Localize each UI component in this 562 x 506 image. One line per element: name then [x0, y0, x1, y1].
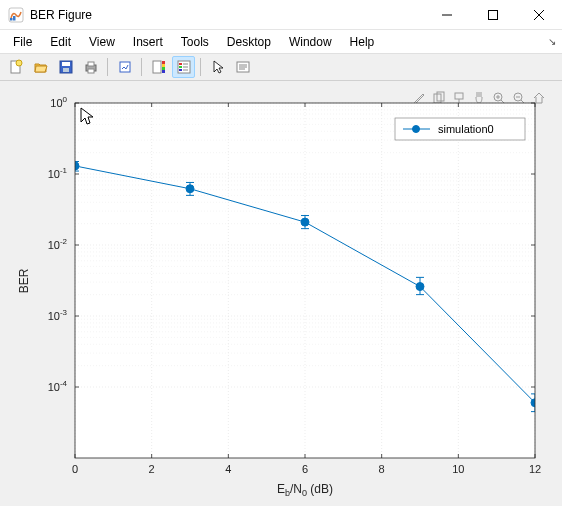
menu-window[interactable]: Window: [280, 32, 341, 52]
svg-rect-24: [179, 69, 182, 71]
svg-rect-19: [162, 67, 165, 70]
print-button[interactable]: [79, 56, 102, 78]
svg-point-8: [16, 60, 22, 66]
chart[interactable]: 024681012 10010-110-210-310-4 Eb/N0 (dB)…: [0, 81, 562, 506]
svg-rect-1: [10, 18, 13, 21]
svg-rect-13: [88, 62, 94, 66]
link-data-button[interactable]: [113, 56, 136, 78]
svg-rect-17: [162, 61, 165, 64]
svg-rect-4: [489, 10, 498, 19]
insert-box-button[interactable]: [231, 56, 254, 78]
svg-text:8: 8: [379, 463, 385, 475]
svg-text:12: 12: [529, 463, 541, 475]
minimize-button[interactable]: [424, 0, 470, 30]
svg-rect-20: [162, 70, 165, 73]
svg-text:2: 2: [149, 463, 155, 475]
app-icon: [8, 7, 24, 23]
menu-desktop[interactable]: Desktop: [218, 32, 280, 52]
svg-text:10-2: 10-2: [48, 237, 68, 251]
toolbar-separator: [107, 58, 108, 76]
svg-rect-14: [88, 69, 94, 73]
save-button[interactable]: [54, 56, 77, 78]
window-title: BER Figure: [30, 8, 424, 22]
svg-text:4: 4: [225, 463, 231, 475]
open-button[interactable]: [29, 56, 52, 78]
svg-text:6: 6: [302, 463, 308, 475]
svg-text:10-3: 10-3: [48, 308, 68, 322]
svg-point-146: [413, 126, 420, 133]
expand-icon[interactable]: ↘: [548, 36, 556, 47]
titlebar: BER Figure: [0, 0, 562, 30]
svg-rect-2: [13, 16, 16, 21]
menu-view[interactable]: View: [80, 32, 124, 52]
svg-rect-11: [63, 68, 69, 72]
legend-label: simulation0: [438, 123, 494, 135]
svg-point-103: [416, 283, 424, 291]
new-figure-button[interactable]: [4, 56, 27, 78]
plot-area: 024681012 10010-110-210-310-4 Eb/N0 (dB)…: [0, 81, 562, 506]
svg-text:10-1: 10-1: [48, 166, 68, 180]
menubar: File Edit View Insert Tools Desktop Wind…: [0, 30, 562, 53]
svg-rect-23: [179, 66, 182, 68]
svg-point-99: [301, 218, 309, 226]
legend-button[interactable]: [172, 56, 195, 78]
svg-rect-15: [120, 62, 130, 72]
menu-file[interactable]: File: [4, 32, 41, 52]
cursor-button[interactable]: [206, 56, 229, 78]
maximize-button[interactable]: [470, 0, 516, 30]
close-button[interactable]: [516, 0, 562, 30]
toolbar-separator: [141, 58, 142, 76]
toolbar-separator: [200, 58, 201, 76]
svg-point-95: [186, 185, 194, 193]
menu-edit[interactable]: Edit: [41, 32, 80, 52]
svg-text:100: 100: [50, 95, 67, 109]
legend[interactable]: simulation0: [395, 118, 525, 140]
svg-rect-18: [162, 64, 165, 67]
svg-text:10: 10: [452, 463, 464, 475]
svg-rect-10: [62, 62, 70, 66]
menu-insert[interactable]: Insert: [124, 32, 172, 52]
colorbar-button[interactable]: [147, 56, 170, 78]
x-axis-label: Eb/N0 (dB): [277, 482, 333, 498]
menu-tools[interactable]: Tools: [172, 32, 218, 52]
svg-text:10-4: 10-4: [48, 379, 68, 393]
svg-rect-16: [153, 61, 161, 73]
menu-help[interactable]: Help: [341, 32, 384, 52]
svg-text:0: 0: [72, 463, 78, 475]
svg-rect-22: [179, 63, 182, 65]
toolbar: [0, 53, 562, 81]
y-axis-label: BER: [17, 268, 31, 293]
